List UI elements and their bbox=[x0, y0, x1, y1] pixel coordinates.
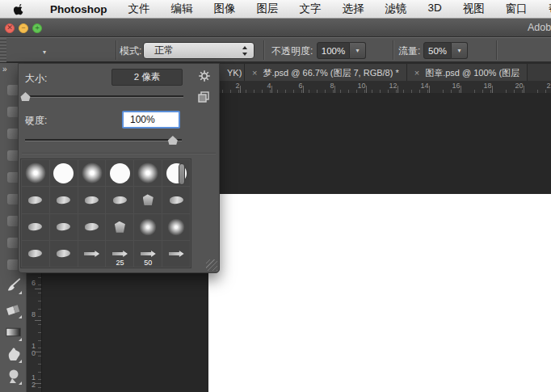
tool-smudge-icon[interactable] bbox=[5, 345, 22, 363]
brush-thumbnail-sample_arrow bbox=[141, 251, 156, 257]
brush-preset-cell[interactable]: 50 bbox=[134, 241, 162, 267]
size-slider[interactable] bbox=[23, 91, 183, 101]
tool-options-bar: ▾ 2 ▾ 模式: 正常 不透明度: 100% ▾ bbox=[0, 37, 551, 63]
ruler-label: 22 bbox=[544, 82, 551, 90]
menu-item[interactable]: 选择 bbox=[343, 2, 364, 16]
brush-preset-cell[interactable] bbox=[78, 187, 106, 213]
ruler-label: 8 bbox=[30, 311, 37, 318]
collapse-panel-icon[interactable]: » bbox=[2, 65, 6, 74]
preset-scrollbar[interactable] bbox=[178, 162, 186, 265]
ruler-label: 1 2 bbox=[30, 374, 37, 389]
blend-mode-select[interactable]: 正常 bbox=[143, 42, 254, 59]
tab-label: YK) * bbox=[227, 68, 245, 78]
brush-preset-cell[interactable] bbox=[22, 214, 49, 240]
document-tab[interactable]: ×图章.psd @ 100% (图层 bbox=[407, 64, 528, 82]
brush-preset-popup: 大小: 2 像素 硬度: 100% bbox=[18, 63, 220, 273]
tool-preset-caret-icon[interactable]: ▾ bbox=[43, 48, 46, 56]
brush-preset-cell[interactable] bbox=[134, 214, 162, 240]
close-window-button[interactable]: ✕ bbox=[5, 23, 15, 33]
flow-field[interactable]: 50% bbox=[423, 42, 452, 59]
tool-eraser-icon[interactable] bbox=[5, 301, 22, 318]
minimize-window-button[interactable]: − bbox=[19, 23, 28, 33]
brush-preset-cell[interactable] bbox=[106, 160, 133, 186]
new-brush-icon[interactable] bbox=[197, 91, 210, 103]
brush-preset-cell[interactable] bbox=[50, 214, 78, 240]
flow-label: 流量: bbox=[398, 44, 420, 58]
options-bar-grip[interactable] bbox=[0, 38, 6, 62]
brush-preset-cell[interactable] bbox=[22, 187, 49, 213]
tool-dodge-icon[interactable] bbox=[5, 367, 22, 385]
apple-menu-icon[interactable] bbox=[13, 3, 25, 15]
brush-thumbnail-sample bbox=[57, 196, 71, 204]
brush-preset-cell[interactable] bbox=[78, 241, 106, 267]
ruler-label: 10 bbox=[355, 82, 366, 90]
stepper-arrows-icon bbox=[242, 46, 248, 56]
menu-item[interactable]: 视图 bbox=[463, 2, 485, 16]
ruler-label: 18 bbox=[481, 82, 492, 90]
flow-dropdown-button[interactable]: ▾ bbox=[452, 42, 468, 59]
opacity-label: 不透明度: bbox=[271, 44, 313, 58]
menu-item[interactable]: 图层 bbox=[257, 2, 279, 16]
ruler-label: 4 bbox=[260, 82, 271, 90]
brush-preset-cell[interactable] bbox=[134, 160, 162, 186]
document-tab[interactable]: YK) * bbox=[220, 64, 245, 82]
menu-item[interactable]: 文字 bbox=[300, 2, 322, 16]
brush-preset-cell[interactable] bbox=[22, 160, 49, 186]
hardness-slider-thumb[interactable] bbox=[167, 136, 178, 145]
separator bbox=[22, 153, 216, 154]
hardness-value-field[interactable]: 100% bbox=[122, 111, 180, 129]
document-tab[interactable]: ×梦.psd @ 66.7% (图层 7, RGB/8) * bbox=[245, 64, 407, 82]
brush-preset-cell[interactable] bbox=[50, 241, 78, 267]
tool-gradient-icon[interactable] bbox=[5, 323, 22, 341]
brush-thumbnail-soft_sm bbox=[139, 218, 157, 236]
size-label: 大小: bbox=[25, 72, 47, 86]
separator bbox=[393, 40, 393, 60]
opacity-dropdown-button[interactable]: ▾ bbox=[350, 42, 366, 59]
tab-close-icon[interactable]: × bbox=[414, 68, 419, 78]
ruler-major-tick bbox=[35, 289, 41, 289]
menu-item[interactable]: 窗口 bbox=[506, 2, 528, 16]
window-title: Adob bbox=[528, 22, 551, 33]
brush-preset-cell[interactable] bbox=[50, 187, 78, 213]
tab-close-icon[interactable]: × bbox=[252, 68, 257, 78]
flyout-triangle-icon bbox=[19, 315, 22, 318]
menu-item-app[interactable]: Photoshop bbox=[50, 3, 107, 15]
opacity-field[interactable]: 100% bbox=[317, 42, 350, 59]
brush-thumbnail-sample bbox=[28, 196, 43, 204]
menu-item[interactable]: 滤镜 bbox=[385, 2, 407, 16]
menu-item[interactable]: 3D bbox=[428, 2, 442, 16]
brush-preset-cell[interactable] bbox=[78, 160, 106, 186]
resize-grip[interactable] bbox=[206, 259, 217, 271]
tab-label: 图章.psd @ 100% (图层 bbox=[425, 67, 519, 79]
flyout-triangle-icon bbox=[19, 338, 22, 341]
ruler-major-tick bbox=[429, 86, 430, 93]
brush-preset-cell[interactable]: 25 bbox=[106, 241, 133, 267]
photoshop-window: Photoshop 文件编辑图像图层文字选择滤镜3D视图窗口帮助 ✕ − ＋ A… bbox=[0, 0, 551, 392]
ruler-major-tick bbox=[240, 86, 241, 93]
brush-preset-cell[interactable] bbox=[106, 214, 133, 240]
tool-pen-icon[interactable] bbox=[5, 388, 22, 392]
tool-brush-icon[interactable] bbox=[5, 276, 22, 294]
menu-item[interactable]: 文件 bbox=[128, 2, 150, 16]
document-canvas[interactable] bbox=[208, 194, 551, 392]
brush-thumbnail-sample_arrow bbox=[112, 251, 128, 257]
ruler-label: 1 0 bbox=[30, 343, 37, 357]
size-slider-thumb[interactable] bbox=[20, 92, 31, 101]
menu-item[interactable]: 编辑 bbox=[171, 2, 193, 16]
hardness-slider[interactable] bbox=[25, 135, 182, 145]
brush-preset-cell[interactable] bbox=[134, 187, 162, 213]
brush-thumbnail-soft bbox=[82, 162, 103, 183]
size-value-field[interactable]: 2 像素 bbox=[111, 69, 183, 86]
brush-preset-cell[interactable] bbox=[22, 241, 49, 267]
brush-preset-cell[interactable] bbox=[50, 160, 78, 186]
zoom-window-button[interactable]: ＋ bbox=[32, 23, 42, 33]
scrollbar-thumb[interactable] bbox=[179, 163, 185, 185]
brush-size-label: 25 bbox=[106, 259, 133, 267]
ruler-major-tick bbox=[397, 86, 398, 93]
brush-preset-cell[interactable] bbox=[78, 214, 106, 240]
flyout-triangle-icon bbox=[19, 360, 22, 363]
menu-item[interactable]: 图像 bbox=[214, 2, 236, 16]
gear-icon[interactable] bbox=[198, 70, 211, 82]
brush-preset-cell[interactable] bbox=[106, 187, 133, 213]
brush-thumbnail-sample_spray bbox=[143, 194, 154, 205]
